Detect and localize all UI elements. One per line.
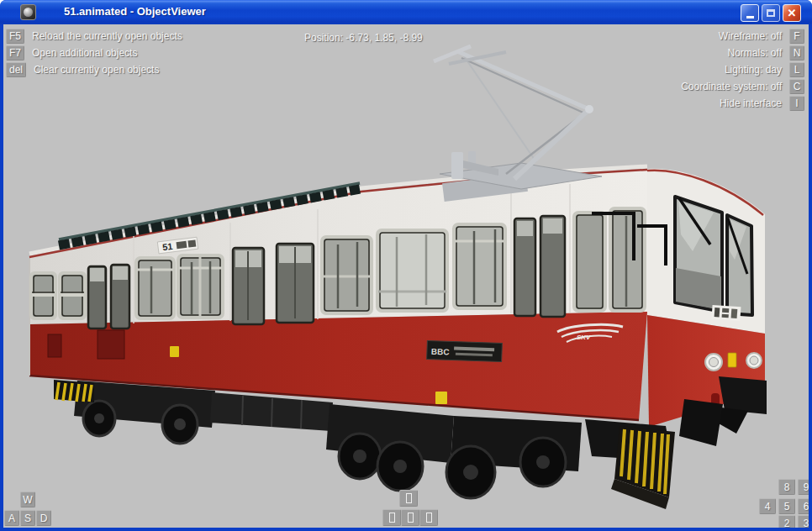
key-d: D: [36, 510, 51, 526]
missing-glyph-box: [408, 513, 414, 523]
hud-row-normals: Normals: off N: [728, 45, 804, 60]
maximize-icon: [767, 9, 775, 17]
operator-logo-text: SKV: [577, 334, 591, 341]
key-l: L: [789, 62, 804, 77]
key-arrow-down: [401, 509, 419, 526]
key-numpad-5: 5: [778, 498, 795, 514]
key-arrow-left: [382, 509, 401, 526]
route-number: 51: [161, 241, 173, 252]
key-f5: F5: [6, 29, 24, 44]
key-numpad-9: 9: [798, 479, 809, 495]
hud-arrow-keys: [381, 490, 441, 527]
yellow-sticker: [728, 353, 736, 367]
hud-row-coordinate-system: Coordinate system: off C: [681, 79, 804, 94]
maximize-button[interactable]: [762, 4, 780, 22]
hud-row-hide-interface: Hide interface I: [720, 96, 804, 111]
minimize-icon: [746, 16, 754, 18]
close-icon: ✕: [788, 8, 797, 18]
window-title: 51.animated - ObjectViewer: [64, 5, 206, 18]
hud-numpad-keys: 8 9 4 5 6 2 3: [759, 479, 809, 528]
key-s: S: [20, 510, 35, 526]
position-readout: Position: -6.73, 1.85, -8.99: [304, 30, 423, 45]
key-c: C: [789, 79, 804, 94]
missing-glyph-box: [389, 513, 395, 523]
key-numpad-3: 3: [798, 515, 809, 528]
hud-movement-keys: W A S D: [4, 492, 55, 527]
hud-top-left: F5 Reload the currently open objects F7 …: [6, 29, 182, 77]
key-a: A: [4, 510, 19, 526]
objectviewer-window: 51.animated - ObjectViewer ✕: [0, 0, 812, 531]
app-icon: [20, 4, 36, 20]
key-w: W: [20, 492, 35, 507]
key-f7: F7: [6, 45, 24, 60]
window-controls: ✕: [741, 4, 801, 22]
hud-row-open: F7 Open additional objects: [6, 45, 182, 60]
bbc-plate: BBC: [427, 340, 503, 361]
titlebar: 51.animated - ObjectViewer ✕: [0, 0, 812, 24]
pantograph: [434, 46, 602, 202]
key-n: N: [789, 45, 804, 60]
hud-top-right: Wireframe: off F Normals: off N Lighting…: [681, 29, 804, 111]
minimize-button[interactable]: [741, 4, 759, 22]
hud-row-wireframe: Wireframe: off F: [719, 29, 804, 44]
hud-row-lighting: Lighting: day L: [725, 62, 804, 77]
key-f: F: [789, 29, 804, 44]
bbc-plate-text: BBC: [431, 347, 450, 357]
hud-row-reload: F5 Reload the currently open objects: [6, 29, 182, 44]
close-button[interactable]: ✕: [783, 4, 801, 22]
key-arrow-right: [419, 509, 438, 526]
missing-glyph-box: [426, 513, 432, 523]
key-numpad-6: 6: [798, 498, 809, 514]
key-i: I: [789, 96, 804, 111]
front-route-sign: [711, 305, 741, 321]
key-numpad-2: 2: [778, 515, 795, 528]
3d-viewport[interactable]: 51 BBC SKV: [3, 24, 809, 528]
key-arrow-up: [399, 490, 418, 507]
missing-glyph-box: [406, 493, 412, 503]
hud-row-clear: del Clear currently open objects: [6, 62, 182, 77]
front-plow: [611, 426, 675, 509]
key-del: del: [6, 62, 26, 77]
key-numpad-8: 8: [778, 479, 795, 495]
key-numpad-4: 4: [759, 498, 776, 514]
